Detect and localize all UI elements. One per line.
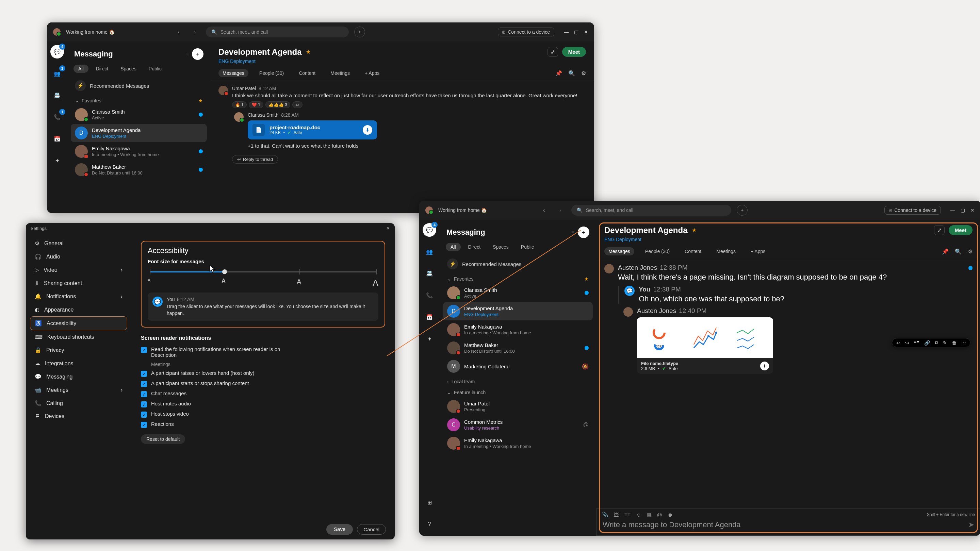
more-icon[interactable]: ⋯ xyxy=(961,340,966,346)
filter-icon[interactable]: ≡ xyxy=(185,51,189,57)
pin-icon[interactable]: 📌 xyxy=(555,70,562,76)
send-icon[interactable]: ➤ xyxy=(968,520,974,529)
reply-icon[interactable]: ↩ xyxy=(896,340,900,346)
star-icon[interactable]: ★ xyxy=(306,49,311,55)
rail-teams-icon[interactable]: 👥1 xyxy=(50,67,64,80)
format-toolbar[interactable]: ↩ ↪ ❝❞ 🔗 ⧉ ✎ 🗑 ⋯ xyxy=(892,338,970,347)
rail-apps-icon[interactable]: ⊞ xyxy=(423,495,436,509)
self-avatar[interactable] xyxy=(425,206,433,214)
record-icon[interactable]: ⏺ xyxy=(668,512,673,518)
rail-calendar-icon[interactable]: 📅 xyxy=(423,310,436,324)
nav-accessibility[interactable]: ♿Accessibility xyxy=(30,316,127,330)
reset-button[interactable]: Reset to default xyxy=(141,434,185,444)
section-favorites[interactable]: ⌄Favorites★ xyxy=(443,273,593,284)
close-icon[interactable]: ✕ xyxy=(584,29,588,35)
file-attachment[interactable]: 📄 project-roadmap.doc 24 KB•✔Safe ⬇ xyxy=(248,121,377,140)
new-action-button[interactable]: ＋ xyxy=(354,27,365,37)
check-row[interactable]: ✓Chat messages xyxy=(141,389,385,399)
nav-forward-icon[interactable]: › xyxy=(189,27,200,37)
tab-meetings[interactable]: Meetings xyxy=(712,247,740,256)
gif-icon[interactable]: ▦ xyxy=(647,511,652,518)
self-avatar[interactable] xyxy=(53,28,60,36)
search-input[interactable]: 🔍 Search, meet, and call xyxy=(206,27,349,37)
minimize-icon[interactable]: — xyxy=(950,208,955,213)
tab-apps[interactable]: + Apps xyxy=(746,247,769,256)
tab-people[interactable]: People (30) xyxy=(255,69,288,77)
chat-subtitle[interactable]: ENG Deployment xyxy=(218,59,256,64)
sidebar-item-umar[interactable]: Umar PatelPresenting xyxy=(443,397,593,416)
filter-all[interactable]: All xyxy=(73,65,89,73)
minimize-icon[interactable]: — xyxy=(564,29,569,35)
download-icon[interactable]: ⬇ xyxy=(363,125,372,135)
sidebar-item-common[interactable]: CCommon MetricsUsability research@ xyxy=(443,416,593,434)
gear-icon[interactable]: ⚙ xyxy=(968,248,972,255)
tab-meetings[interactable]: Meetings xyxy=(326,69,354,77)
section-feature[interactable]: ⌄Feature launch xyxy=(443,386,593,397)
nav-audio[interactable]: 🎧Audio xyxy=(30,250,127,263)
check-row[interactable]: ✓Reactions xyxy=(141,419,385,430)
close-icon[interactable]: ✕ xyxy=(386,226,390,231)
edit-icon[interactable]: ✎ xyxy=(943,340,947,346)
chat-subtitle[interactable]: ENG Deployment xyxy=(605,237,641,242)
check-row[interactable]: ✓A participant raises or lowers hand (ho… xyxy=(141,368,385,379)
nav-general[interactable]: ⚙General xyxy=(30,237,127,250)
connect-device-button[interactable]: ⎚Connect to a device xyxy=(885,206,941,214)
close-icon[interactable]: ✕ xyxy=(970,208,975,213)
search-icon[interactable]: 🔍 xyxy=(568,70,575,76)
rail-help-icon[interactable]: ? xyxy=(423,517,436,531)
nav-privacy[interactable]: 🔒Privacy xyxy=(30,343,127,357)
rail-calls-icon[interactable]: 📞 xyxy=(423,288,436,302)
nav-notifications[interactable]: 🔔Notifications› xyxy=(30,290,127,303)
compose-input[interactable]: Write a message to Development Agenda ➤ xyxy=(602,518,975,532)
forward-icon[interactable]: ↪ xyxy=(905,340,909,346)
reaction[interactable]: 👍👍👍 3 xyxy=(266,102,290,108)
filter-all[interactable]: All xyxy=(446,243,461,251)
rail-chat-icon[interactable]: 💬4 xyxy=(50,45,64,59)
rail-chat-icon[interactable]: 💬4 xyxy=(423,223,436,237)
new-message-button[interactable]: ＋ xyxy=(192,48,204,60)
sidebar-item-matthew[interactable]: Matthew BakerDo Not Disturb until 16:00 xyxy=(71,160,207,179)
save-button[interactable]: Save xyxy=(326,524,353,535)
link-icon[interactable]: 🔗 xyxy=(924,340,930,346)
nav-keyboard[interactable]: ⌨Keyboard shortcuts xyxy=(30,330,127,343)
check-row[interactable]: ✓Host stops video xyxy=(141,409,385,419)
filter-spaces[interactable]: Spaces xyxy=(488,243,514,251)
reaction[interactable]: ❤️ 1 xyxy=(249,102,263,108)
rail-activity-icon[interactable]: ✦ xyxy=(423,332,436,346)
tab-apps[interactable]: + Apps xyxy=(361,69,383,77)
search-icon[interactable]: 🔍 xyxy=(955,248,962,255)
rail-teams-icon[interactable]: 👥 xyxy=(423,245,436,259)
nav-calling[interactable]: 📞Calling xyxy=(30,397,127,410)
attach-icon[interactable]: 📎 xyxy=(602,511,608,518)
tab-messages[interactable]: Messages xyxy=(218,69,248,77)
expand-icon[interactable]: ⤢ xyxy=(934,225,945,235)
gear-icon[interactable]: ⚙ xyxy=(581,70,586,76)
maximize-icon[interactable]: ▢ xyxy=(574,29,579,35)
section-favorites[interactable]: ⌄ Favorites ★ xyxy=(71,95,207,105)
image-attachment[interactable]: 4228 File name.filetype 2.6 MB•✔Safe ⬇ xyxy=(637,318,773,374)
meet-button[interactable]: Meet xyxy=(562,47,586,57)
rail-contacts-icon[interactable]: 📇 xyxy=(50,89,64,102)
nav-sharing[interactable]: ⇪Sharing content xyxy=(30,276,127,290)
filter-direct[interactable]: Direct xyxy=(463,243,485,251)
new-message-button[interactable]: ＋ xyxy=(578,227,589,238)
sidebar-item-clarissa[interactable]: Clarissa SmithActive xyxy=(443,284,593,302)
expand-icon[interactable]: ⤢ xyxy=(547,47,558,57)
filter-direct[interactable]: Direct xyxy=(91,65,113,73)
star-icon[interactable]: ★ xyxy=(692,227,697,233)
sidebar-item-development-agenda[interactable]: D Development AgendaENG Deployment xyxy=(71,124,207,142)
sidebar-item-marketing[interactable]: MMarketing Collateral🔕 xyxy=(443,357,593,375)
section-local[interactable]: ›Local team xyxy=(443,375,593,386)
nav-devices[interactable]: 🖥Devices xyxy=(30,410,127,423)
mention-icon[interactable]: @ xyxy=(657,512,662,518)
new-action-button[interactable]: ＋ xyxy=(737,205,748,216)
sidebar-item-emily[interactable]: Emily NakagawaIn a meeting • Working fro… xyxy=(71,142,207,160)
reply-thread-button[interactable]: ↩Reply to thread xyxy=(232,155,278,164)
meet-button[interactable]: Meet xyxy=(949,225,972,235)
nav-back-icon[interactable]: ‹ xyxy=(173,27,184,37)
sr-desc-row[interactable]: ✓ Read the following notifications when … xyxy=(141,345,385,359)
checkbox-icon[interactable]: ✓ xyxy=(141,347,147,353)
add-reaction[interactable]: ☺ xyxy=(292,102,302,108)
screenshot-icon[interactable]: 🖼 xyxy=(614,512,619,518)
nav-meetings[interactable]: 📹Meetings› xyxy=(30,383,127,397)
